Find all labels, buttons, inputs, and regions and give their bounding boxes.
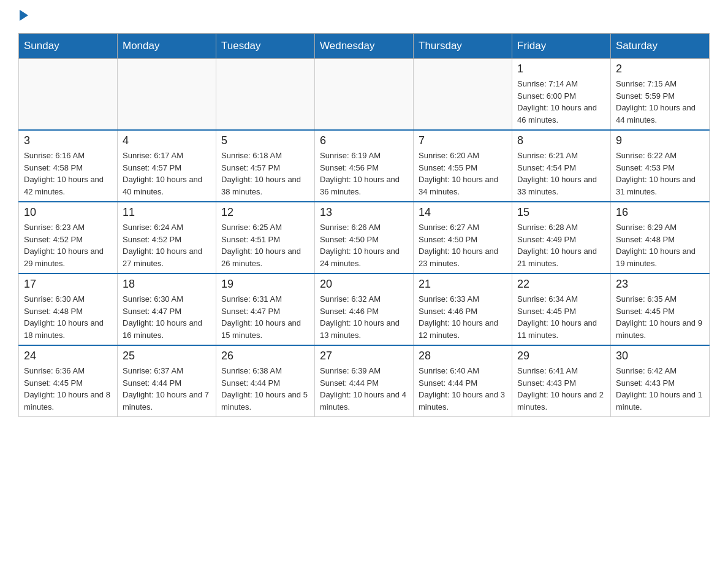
day-number: 8	[517, 134, 605, 147]
day-number: 12	[221, 206, 309, 219]
calendar-cell: 7Sunrise: 6:20 AMSunset: 4:55 PMDaylight…	[414, 130, 512, 202]
day-number: 25	[123, 350, 211, 362]
day-number: 1	[517, 63, 605, 75]
day-info: Sunrise: 6:32 AMSunset: 4:46 PMDaylight:…	[320, 293, 408, 341]
day-number: 14	[419, 206, 507, 219]
calendar-cell: 25Sunrise: 6:37 AMSunset: 4:44 PMDayligh…	[118, 345, 216, 417]
calendar-cell: 15Sunrise: 6:28 AMSunset: 4:49 PMDayligh…	[512, 202, 611, 274]
day-info: Sunrise: 6:35 AMSunset: 4:45 PMDaylight:…	[616, 293, 704, 341]
day-info: Sunrise: 6:40 AMSunset: 4:44 PMDaylight:…	[419, 365, 507, 413]
calendar-cell: 19Sunrise: 6:31 AMSunset: 4:47 PMDayligh…	[216, 274, 315, 345]
day-info: Sunrise: 6:36 AMSunset: 4:45 PMDaylight:…	[24, 365, 112, 413]
calendar-cell: 6Sunrise: 6:19 AMSunset: 4:56 PMDaylight…	[315, 130, 414, 202]
day-info: Sunrise: 6:41 AMSunset: 4:43 PMDaylight:…	[517, 365, 605, 413]
day-number: 29	[517, 350, 605, 362]
day-number: 11	[123, 206, 211, 219]
calendar-cell: 2Sunrise: 7:15 AMSunset: 5:59 PMDaylight…	[611, 59, 710, 131]
col-header-tuesday: Tuesday	[216, 34, 315, 59]
day-info: Sunrise: 6:29 AMSunset: 4:48 PMDaylight:…	[616, 221, 704, 269]
day-info: Sunrise: 7:14 AMSunset: 6:00 PMDaylight:…	[517, 78, 605, 126]
day-number: 2	[616, 63, 704, 75]
day-number: 19	[221, 278, 309, 291]
calendar-cell: 28Sunrise: 6:40 AMSunset: 4:44 PMDayligh…	[414, 345, 512, 417]
day-number: 27	[320, 350, 408, 362]
day-number: 23	[616, 278, 704, 291]
day-number: 26	[221, 350, 309, 362]
calendar-cell	[19, 59, 118, 131]
calendar-cell: 20Sunrise: 6:32 AMSunset: 4:46 PMDayligh…	[315, 274, 414, 345]
calendar-week-row: 10Sunrise: 6:23 AMSunset: 4:52 PMDayligh…	[19, 202, 710, 274]
logo-arrow-icon	[20, 10, 28, 21]
day-info: Sunrise: 6:39 AMSunset: 4:44 PMDaylight:…	[320, 365, 408, 413]
calendar-cell: 21Sunrise: 6:33 AMSunset: 4:46 PMDayligh…	[414, 274, 512, 345]
day-number: 30	[616, 350, 704, 362]
day-number: 20	[320, 278, 408, 291]
col-header-sunday: Sunday	[19, 34, 118, 59]
day-info: Sunrise: 6:26 AMSunset: 4:50 PMDaylight:…	[320, 221, 408, 269]
calendar-cell: 16Sunrise: 6:29 AMSunset: 4:48 PMDayligh…	[611, 202, 710, 274]
day-info: Sunrise: 6:16 AMSunset: 4:58 PMDaylight:…	[24, 150, 112, 197]
day-info: Sunrise: 6:23 AMSunset: 4:52 PMDaylight:…	[24, 221, 112, 269]
col-header-monday: Monday	[118, 34, 216, 59]
calendar-cell: 23Sunrise: 6:35 AMSunset: 4:45 PMDayligh…	[611, 274, 710, 345]
day-number: 18	[123, 278, 211, 291]
day-info: Sunrise: 6:31 AMSunset: 4:47 PMDaylight:…	[221, 293, 309, 341]
calendar-cell	[315, 59, 414, 131]
day-info: Sunrise: 6:38 AMSunset: 4:44 PMDaylight:…	[221, 365, 309, 413]
calendar-cell: 9Sunrise: 6:22 AMSunset: 4:53 PMDaylight…	[611, 130, 710, 202]
day-number: 13	[320, 206, 408, 219]
calendar-cell: 30Sunrise: 6:42 AMSunset: 4:43 PMDayligh…	[611, 345, 710, 417]
day-info: Sunrise: 6:17 AMSunset: 4:57 PMDaylight:…	[123, 150, 211, 197]
day-info: Sunrise: 6:30 AMSunset: 4:47 PMDaylight:…	[123, 293, 211, 341]
calendar-cell: 4Sunrise: 6:17 AMSunset: 4:57 PMDaylight…	[118, 130, 216, 202]
calendar-cell: 17Sunrise: 6:30 AMSunset: 4:48 PMDayligh…	[19, 274, 118, 345]
day-info: Sunrise: 6:37 AMSunset: 4:44 PMDaylight:…	[123, 365, 211, 413]
calendar-cell: 11Sunrise: 6:24 AMSunset: 4:52 PMDayligh…	[118, 202, 216, 274]
day-info: Sunrise: 6:27 AMSunset: 4:50 PMDaylight:…	[419, 221, 507, 269]
calendar-week-row: 17Sunrise: 6:30 AMSunset: 4:48 PMDayligh…	[19, 274, 710, 345]
calendar-cell: 10Sunrise: 6:23 AMSunset: 4:52 PMDayligh…	[19, 202, 118, 274]
day-number: 5	[221, 134, 309, 147]
day-info: Sunrise: 6:18 AMSunset: 4:57 PMDaylight:…	[221, 150, 309, 197]
calendar-cell	[216, 59, 315, 131]
day-info: Sunrise: 6:21 AMSunset: 4:54 PMDaylight:…	[517, 150, 605, 197]
calendar-cell: 5Sunrise: 6:18 AMSunset: 4:57 PMDaylight…	[216, 130, 315, 202]
col-header-friday: Friday	[512, 34, 611, 59]
calendar-cell: 27Sunrise: 6:39 AMSunset: 4:44 PMDayligh…	[315, 345, 414, 417]
day-number: 4	[123, 134, 211, 147]
calendar-cell: 14Sunrise: 6:27 AMSunset: 4:50 PMDayligh…	[414, 202, 512, 274]
calendar-cell	[118, 59, 216, 131]
day-number: 24	[24, 350, 112, 362]
calendar-cell: 8Sunrise: 6:21 AMSunset: 4:54 PMDaylight…	[512, 130, 611, 202]
day-number: 16	[616, 206, 704, 219]
day-info: Sunrise: 7:15 AMSunset: 5:59 PMDaylight:…	[616, 78, 704, 126]
col-header-wednesday: Wednesday	[315, 34, 414, 59]
day-number: 10	[24, 206, 112, 219]
calendar-header-row: SundayMondayTuesdayWednesdayThursdayFrid…	[19, 34, 710, 59]
calendar-cell: 3Sunrise: 6:16 AMSunset: 4:58 PMDaylight…	[19, 130, 118, 202]
day-info: Sunrise: 6:19 AMSunset: 4:56 PMDaylight:…	[320, 150, 408, 197]
day-number: 7	[419, 134, 507, 147]
day-info: Sunrise: 6:30 AMSunset: 4:48 PMDaylight:…	[24, 293, 112, 341]
day-info: Sunrise: 6:20 AMSunset: 4:55 PMDaylight:…	[419, 150, 507, 197]
day-number: 3	[24, 134, 112, 147]
day-info: Sunrise: 6:42 AMSunset: 4:43 PMDaylight:…	[616, 365, 704, 413]
day-info: Sunrise: 6:22 AMSunset: 4:53 PMDaylight:…	[616, 150, 704, 197]
day-number: 9	[616, 134, 704, 147]
calendar-cell: 1Sunrise: 7:14 AMSunset: 6:00 PMDaylight…	[512, 59, 611, 131]
calendar-cell: 22Sunrise: 6:34 AMSunset: 4:45 PMDayligh…	[512, 274, 611, 345]
day-number: 22	[517, 278, 605, 291]
calendar-week-row: 3Sunrise: 6:16 AMSunset: 4:58 PMDaylight…	[19, 130, 710, 202]
logo	[18, 12, 28, 21]
calendar-cell: 18Sunrise: 6:30 AMSunset: 4:47 PMDayligh…	[118, 274, 216, 345]
day-number: 6	[320, 134, 408, 147]
day-number: 15	[517, 206, 605, 219]
day-number: 21	[419, 278, 507, 291]
calendar-cell: 13Sunrise: 6:26 AMSunset: 4:50 PMDayligh…	[315, 202, 414, 274]
day-info: Sunrise: 6:28 AMSunset: 4:49 PMDaylight:…	[517, 221, 605, 269]
calendar-week-row: 1Sunrise: 7:14 AMSunset: 6:00 PMDaylight…	[19, 59, 710, 131]
col-header-thursday: Thursday	[414, 34, 512, 59]
calendar-table: SundayMondayTuesdayWednesdayThursdayFrid…	[18, 33, 710, 417]
calendar-cell: 24Sunrise: 6:36 AMSunset: 4:45 PMDayligh…	[19, 345, 118, 417]
day-info: Sunrise: 6:25 AMSunset: 4:51 PMDaylight:…	[221, 221, 309, 269]
